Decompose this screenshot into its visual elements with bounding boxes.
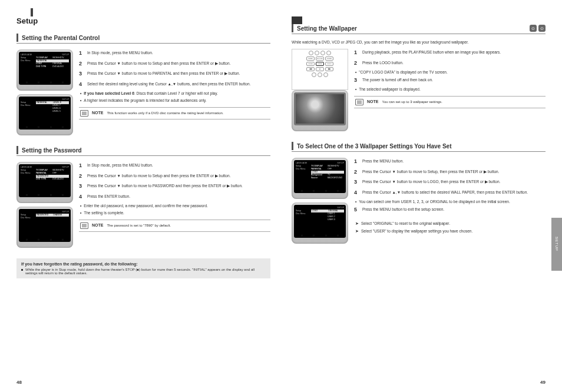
tv-screenshot-6: SETUP SetupLOGOORIGINAL Disc MenuUSER 1 … [292, 202, 348, 244]
box-bullet: While the player is in Stop mode, hold d… [25, 268, 266, 275]
tv-screenshot-1: LANGUAGESETUP SetupTV DISPLAYWIDE/HDTV D… [16, 49, 73, 91]
box-title: If you have forgotten the rating passwor… [21, 262, 266, 266]
menu-dvd: DVD TYPE [36, 65, 52, 68]
note-icon [355, 99, 363, 105]
crop-mark [31, 8, 33, 16]
dvd-icon: ☺ [538, 25, 546, 32]
section-accent [16, 34, 18, 42]
remote-control-diagram: SLEEPDIMMERTUNER SLIDELOGOSLOW ◀◀■▶▶ [292, 49, 348, 90]
tv-screenshot-2: SETUP SetupPARENTALLEVEL 8 Disc MenuLEVE… [16, 94, 73, 135]
chevron-icon: ➤ [355, 228, 359, 235]
tv-screenshot-3: LANGUAGESETUP SetupTV DISPLAYWIDE/HDTV D… [16, 162, 73, 203]
section-accent [16, 146, 18, 154]
forgot-password-box: If you have forgotten the rating passwor… [16, 258, 270, 278]
step-3: Press the Cursor ▼ button to move to PAR… [87, 70, 270, 77]
steps-wallpaper: 1During playback, press the PLAY/PAUSE b… [354, 49, 546, 135]
steps-select-wallpaper: 1Press the MENU button. 2Press the Curso… [354, 158, 546, 247]
section-accent [292, 24, 293, 32]
section-title: To Select One of the 3 Wallpaper Setting… [297, 143, 451, 150]
page-49: Setting the Wallpaper ☺ ☺ While watching… [281, 0, 562, 392]
logo-button-highlight: LOGO [316, 62, 324, 66]
page-48: Setup Setting the Parental Control LANGU… [0, 0, 281, 392]
jpeg-icon: ☺ [530, 25, 537, 32]
step-2: Press the Cursor ▼ button to move to Set… [87, 60, 270, 67]
section-select-wallpaper: To Select One of the 3 Wallpaper Setting… [292, 142, 546, 152]
setup-side-tab: SETUP [551, 218, 562, 271]
page-number: 48 [16, 380, 22, 385]
section-title: Setting the Wallpaper [297, 25, 357, 32]
wallpaper-intro: While watching a DVD, VCD or JPEG CD, yo… [292, 40, 546, 44]
main-title: Setup [16, 16, 270, 25]
note-password: NOTE The password is set to "7890" by de… [79, 220, 270, 232]
section-title: Setting the Password [22, 147, 82, 154]
note-icon [80, 222, 88, 229]
note-icon [80, 110, 88, 117]
note-parental: NOTE This function works only if a DVD d… [79, 107, 270, 119]
step-4: Select the desired rating level using th… [87, 81, 270, 87]
sample-photo [296, 94, 344, 124]
step-1: In Stop mode, press the MENU button. [87, 49, 270, 56]
tv-screenshot-5: LANGUAGESETUP SetupTV DISPLAYWIDE/HDTV D… [292, 158, 348, 199]
chevron-icon: ➤ [355, 221, 359, 227]
section-title: Setting the Parental Control [22, 35, 100, 41]
steps-password: 1In Stop mode, press the MENU button. 2P… [79, 162, 270, 251]
section-wallpaper: Setting the Wallpaper ☺ ☺ [292, 24, 546, 34]
menu-lang: LANGUAGE [21, 54, 32, 56]
note-wallpaper: NOTE You can set up to 3 wallpaper setti… [354, 96, 546, 108]
section-accent [292, 142, 293, 150]
crop-mark [292, 16, 302, 24]
section-parental: Setting the Parental Control [16, 34, 270, 44]
tv-photo-preview [292, 90, 348, 131]
tv-screenshot-4: SETUP SetupPASSWORDCHANGE Disc Menu ⬚⬚⬚⬚ [16, 207, 73, 248]
section-password: Setting the Password [16, 146, 270, 156]
page-number: 49 [540, 380, 546, 385]
steps-parental: 1In Stop mode, press the MENU button. 2P… [79, 49, 270, 139]
